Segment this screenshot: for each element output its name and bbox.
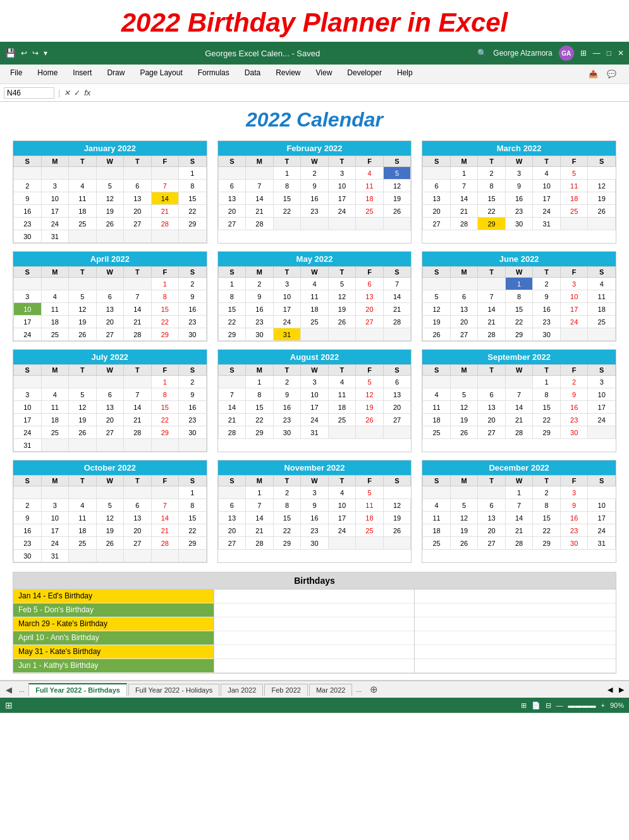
page-title: 2022 Birthday Planner in Excel [0, 0, 629, 42]
tab-active[interactable]: Full Year 2022 - Birthdays [28, 683, 127, 696]
birthday-item [214, 645, 415, 659]
zoom-out-icon[interactable]: — [556, 701, 563, 709]
month-february-2022: February 2022SMTWTFS12345678910111213141… [217, 140, 412, 244]
birthday-item [415, 617, 616, 631]
birthday-col-3 [415, 590, 616, 673]
menu-view[interactable]: View [314, 67, 335, 81]
month-march-2022: March 2022SMTWTFS12345678910111213141516… [422, 140, 616, 244]
birthday-item [214, 631, 415, 645]
tab-jan[interactable]: Jan 2022 [221, 684, 263, 696]
birthday-item [214, 590, 415, 603]
birthday-item [415, 631, 616, 645]
month-january-2022: January 2022SMTWTFS123456789101112131415… [13, 140, 207, 244]
page-break-icon[interactable]: ⊟ [546, 701, 551, 710]
tab-bar: ◀ ... Full Year 2022 - Birthdays Full Ye… [0, 680, 629, 698]
window-title: Georges Excel Calen... - Saved [47, 49, 477, 58]
fx-label: fx [84, 88, 90, 97]
menu-developer[interactable]: Developer [345, 67, 384, 81]
menu-page-layout[interactable]: Page Layout [137, 67, 185, 81]
tab-mar[interactable]: Mar 2022 [309, 684, 352, 696]
cell-reference[interactable] [4, 87, 54, 99]
restore-window-icon[interactable]: □ [607, 49, 611, 58]
month-august-2022: August 2022SMTWTFS1234567891011121314151… [217, 349, 412, 452]
tab-nav-dots[interactable]: ... [16, 686, 27, 693]
birthday-item [214, 659, 415, 673]
birthday-item: May 31 - Kate's Birthday [13, 645, 214, 659]
redo-icon[interactable]: ↪ [32, 49, 39, 58]
menu-home[interactable]: Home [35, 67, 60, 81]
birthday-item [415, 659, 616, 673]
tab-nav-prev[interactable]: ◀ [3, 684, 15, 696]
status-bar: ⊞ ⊞ 📄 ⊟ — ▬▬▬▬ + 90% [0, 698, 629, 713]
formula-bar: | ✕ ✓ fx [0, 84, 629, 102]
page-layout-icon[interactable]: 📄 [532, 701, 540, 710]
birthday-item [415, 603, 616, 617]
zoom-in-icon[interactable]: + [601, 701, 605, 709]
menu-formulas[interactable]: Formulas [195, 67, 232, 81]
menu-insert[interactable]: Insert [70, 67, 94, 81]
user-name: George Alzamora [493, 49, 552, 58]
fx-button[interactable]: ✕ [64, 89, 70, 97]
birthdays-body: Jan 14 - Ed's BirthdayFeb 5 - Don's Birt… [13, 590, 616, 673]
menu-bar: File Home Insert Draw Page Layout Formul… [0, 65, 629, 84]
birthday-item [214, 617, 415, 631]
month-october-2022: October 2022SMTWTFS123456789101112131415… [13, 460, 207, 563]
month-november-2022: November 2022SMTWTFS12345678910111213141… [217, 460, 412, 563]
minimize-icon[interactable]: — [593, 49, 601, 58]
save-icon[interactable]: 💾 [5, 48, 16, 58]
month-september-2022: September 2022SMTWTFS1234567891011121314… [422, 349, 616, 452]
menu-data[interactable]: Data [242, 67, 263, 81]
birthdays-section: Birthdays Jan 14 - Ed's BirthdayFeb 5 - … [13, 572, 616, 674]
tab-dots-right: ... [353, 686, 364, 693]
birthday-item: Jun 1 - Kathy's Birthday [13, 659, 214, 673]
zoom-level: 90% [610, 701, 624, 709]
month-april-2022: April 2022SMTWTFS12345678910111213141516… [13, 251, 207, 342]
month-december-2022: December 2022SMTWTFS12345678910111213141… [422, 460, 616, 563]
birthday-item [415, 645, 616, 659]
month-may-2022: May 2022SMTWTFS1234567891011121314151617… [217, 251, 412, 342]
avatar: GA [559, 46, 574, 61]
content-area: 2022 Calendar January 2022SMTWTFS1234567… [0, 102, 629, 680]
tab-add-button[interactable]: ⊕ [366, 682, 382, 696]
excel-titlebar: 💾 ↩ ↪ ▾ Georges Excel Calen... - Saved 🔍… [0, 42, 629, 65]
tab-feb[interactable]: Feb 2022 [264, 684, 307, 696]
menu-help[interactable]: Help [394, 67, 415, 81]
comments-icon[interactable]: 💬 [604, 68, 619, 80]
scroll-left-icon[interactable]: ◀ [605, 686, 615, 694]
confirm-button[interactable]: ✓ [74, 89, 80, 97]
calendars-grid: January 2022SMTWTFS123456789101112131415… [13, 140, 616, 563]
birthday-item: Jan 14 - Ed's Birthday [13, 590, 214, 603]
close-icon[interactable]: ✕ [618, 49, 624, 58]
undo-icon[interactable]: ↩ [21, 49, 27, 58]
tab-holidays[interactable]: Full Year 2022 - Holidays [128, 684, 219, 696]
cell-mode-icon[interactable]: ⊞ [5, 700, 13, 710]
birthday-col-2 [214, 590, 415, 673]
calendar-title: 2022 Calendar [13, 108, 616, 132]
search-icon[interactable]: 🔍 [477, 49, 487, 58]
restore-icon[interactable]: ⊞ [580, 49, 587, 58]
birthdays-header: Birthdays [13, 572, 616, 590]
menu-review[interactable]: Review [273, 67, 303, 81]
scroll-right-icon[interactable]: ▶ [616, 686, 626, 694]
birthday-item [214, 603, 415, 617]
month-july-2022: July 2022SMTWTFS123456789101112131415161… [13, 349, 207, 452]
month-june-2022: June 2022SMTWTFS123456789101112131415161… [422, 251, 616, 342]
menu-file[interactable]: File [8, 67, 25, 81]
normal-view-icon[interactable]: ⊞ [521, 701, 527, 710]
birthday-item: April 10 - Ann's Birthday [13, 631, 214, 645]
birthday-item: Feb 5 - Don's Birthday [13, 603, 214, 617]
birthday-item [415, 590, 616, 603]
birthday-item: March 29 - Kate's Birthday [13, 617, 214, 631]
share-icon[interactable]: 📤 [586, 68, 601, 80]
menu-draw[interactable]: Draw [104, 67, 127, 81]
zoom-slider[interactable]: ▬▬▬▬ [568, 701, 596, 709]
birthday-col-1: Jan 14 - Ed's BirthdayFeb 5 - Don's Birt… [13, 590, 214, 673]
